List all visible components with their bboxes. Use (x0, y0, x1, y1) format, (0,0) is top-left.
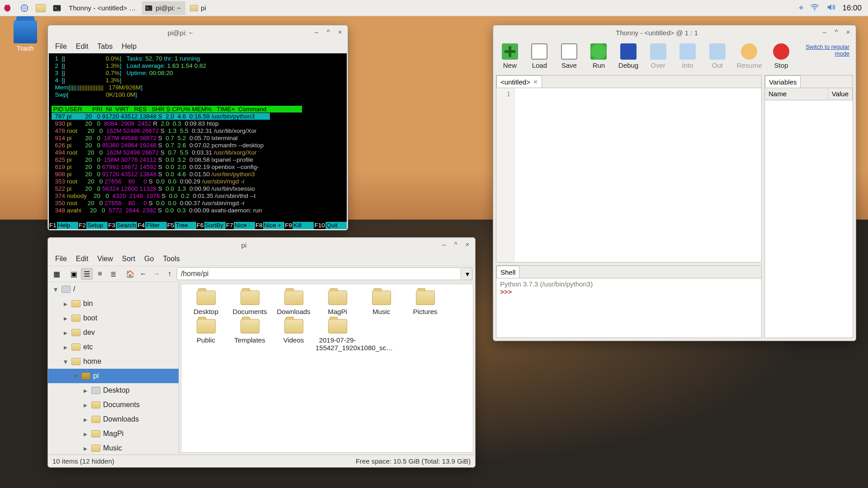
bluetooth-icon[interactable]: ⌖ (799, 3, 803, 13)
fkey[interactable]: F1 (49, 222, 57, 229)
browser-icon[interactable] (16, 0, 33, 16)
fkey[interactable]: F2 (78, 222, 86, 229)
file-item[interactable]: Documents (228, 289, 272, 315)
expand-icon[interactable]: ▸ (82, 444, 89, 453)
file-item[interactable]: Music (359, 289, 403, 315)
view-list-icon[interactable]: ≡ (94, 268, 106, 280)
load-button[interactable]: Load (529, 43, 550, 69)
editor-tab[interactable]: <untitled>✕ (496, 75, 542, 88)
maximize-button[interactable]: ^ (832, 28, 840, 37)
fkey[interactable]: F9 (284, 222, 292, 229)
minimize-button[interactable]: – (821, 28, 829, 37)
expand-icon[interactable]: ▾ (62, 357, 69, 366)
fkey[interactable]: F8 (255, 222, 263, 229)
file-item[interactable]: 2019-07-29-155427_1920x1080_sc… (316, 317, 359, 352)
expand-icon[interactable]: ▾ (72, 372, 79, 380)
debug-button[interactable]: Debug (618, 43, 639, 69)
fkey[interactable]: F5 (167, 222, 175, 229)
expand-icon[interactable]: ▸ (82, 401, 89, 409)
tree-row[interactable]: ▾ pi (48, 369, 179, 383)
volume-icon[interactable] (826, 2, 836, 14)
folder-icon (372, 291, 391, 305)
terminal-area[interactable]: 1 [| 0.0%] Tasks: 52, 70 thr; 1 running … (49, 53, 347, 229)
fm-tree[interactable]: ▾ / ▸ bin ▸ boot ▸ dev ▸ etc ▾ home ▾ pi (48, 282, 179, 455)
tree-row[interactable]: ▸ Documents (48, 398, 179, 412)
view-detail-icon[interactable]: ≣ (107, 268, 119, 280)
editor-area[interactable] (514, 88, 761, 262)
expand-icon[interactable]: ▸ (62, 343, 69, 352)
thonny-titlebar[interactable]: Thonny - <untitled> @ 1 : 1 – ^ × (493, 25, 856, 40)
out-button: Out (707, 43, 728, 69)
task-terminal[interactable]: >_pi@pi: ~ (142, 1, 185, 15)
fkey[interactable]: F4 (137, 222, 145, 229)
new-button[interactable]: New (500, 43, 520, 69)
tree-row[interactable]: ▾ home (48, 354, 179, 369)
maximize-button[interactable]: ^ (452, 241, 460, 249)
close-tab-icon[interactable]: ✕ (533, 79, 538, 85)
fkey[interactable]: F6 (196, 222, 204, 229)
file-item[interactable]: Desktop (184, 289, 228, 315)
close-button[interactable]: × (463, 241, 472, 249)
tree-row[interactable]: ▸ boot (48, 311, 179, 325)
tree-row[interactable]: ▾ / (48, 282, 179, 296)
file-item[interactable]: MagPi (316, 289, 359, 315)
back-icon[interactable]: ← (137, 268, 149, 280)
stop-button[interactable]: Stop (771, 43, 792, 69)
run-button[interactable]: Run (589, 43, 609, 69)
fkey[interactable]: F10 (314, 222, 325, 229)
minimize-button[interactable]: – (312, 28, 321, 37)
path-dropdown[interactable]: ▾ (462, 267, 472, 280)
expand-icon[interactable]: ▸ (82, 415, 89, 424)
save-button[interactable]: Save (559, 43, 580, 69)
file-item[interactable]: Videos (272, 317, 316, 352)
folder-icon (328, 319, 347, 333)
close-button[interactable]: × (336, 28, 344, 37)
task-pcmanfm[interactable]: pi (187, 1, 211, 15)
forward-icon[interactable]: → (151, 268, 162, 280)
expand-icon[interactable]: ▸ (62, 300, 69, 308)
shell-tab[interactable]: Shell (496, 266, 519, 278)
fm-grid[interactable]: Desktop Documents Downloads MagPi Music … (181, 284, 473, 453)
clock[interactable]: 16:00 (842, 4, 862, 13)
expand-icon[interactable]: ▸ (82, 430, 89, 438)
file-item[interactable]: Pictures (403, 289, 447, 315)
wifi-icon[interactable] (810, 2, 820, 14)
tree-row[interactable]: ▸ bin (48, 296, 179, 311)
fkey[interactable]: F3 (108, 222, 116, 229)
tree-row[interactable]: ▸ dev (48, 325, 179, 340)
file-item[interactable]: Public (184, 317, 228, 352)
terminal-titlebar[interactable]: pi@pi: ~ – ^ × (48, 25, 348, 40)
tree-row[interactable]: ▸ Desktop (48, 383, 179, 398)
fkey[interactable]: F7 (226, 222, 234, 229)
maximize-button[interactable]: ^ (324, 28, 332, 37)
file-item[interactable]: Downloads (272, 289, 316, 315)
view-compact-icon[interactable]: ☰ (81, 268, 93, 280)
tree-row[interactable]: ▸ Music (48, 441, 179, 455)
view-thumb-icon[interactable]: ▣ (68, 268, 80, 280)
expand-icon[interactable]: ▸ (62, 314, 69, 323)
tree-row[interactable]: ▸ etc (48, 340, 179, 354)
expand-icon[interactable]: ▾ (52, 285, 59, 294)
task-thonny[interactable]: Thonny - <untitled> … (66, 1, 140, 15)
shell-area[interactable]: Python 3.7.3 (/usr/bin/python3) >>> (496, 278, 761, 338)
home-icon[interactable]: 🏠 (124, 268, 136, 280)
filemanager-icon[interactable] (33, 0, 49, 16)
tree-row[interactable]: ▸ Downloads (48, 412, 179, 427)
variables-body[interactable] (765, 100, 853, 338)
minimize-button[interactable]: – (440, 241, 448, 249)
expand-icon[interactable]: ▸ (82, 386, 89, 395)
fm-titlebar[interactable]: pi – ^ × (48, 238, 475, 252)
expand-icon[interactable]: ▸ (62, 328, 69, 337)
close-button[interactable]: × (844, 28, 852, 37)
desktop-trash[interactable]: Trash (14, 20, 37, 52)
variables-tab[interactable]: Variables (765, 75, 801, 88)
terminal-icon[interactable]: >_ (49, 0, 65, 16)
menu-icon[interactable] (0, 0, 16, 16)
switch-mode-link[interactable]: Switch to regular mode (801, 43, 849, 57)
up-icon[interactable]: ↑ (164, 268, 175, 280)
file-item[interactable]: Templates (228, 317, 272, 352)
tree-row[interactable]: ▸ MagPi (48, 427, 179, 441)
path-input[interactable] (177, 267, 461, 280)
shell-pane: Shell Python 3.7.3 (/usr/bin/python3) >>… (496, 265, 762, 338)
view-icons-icon[interactable]: ▦ (51, 268, 62, 280)
